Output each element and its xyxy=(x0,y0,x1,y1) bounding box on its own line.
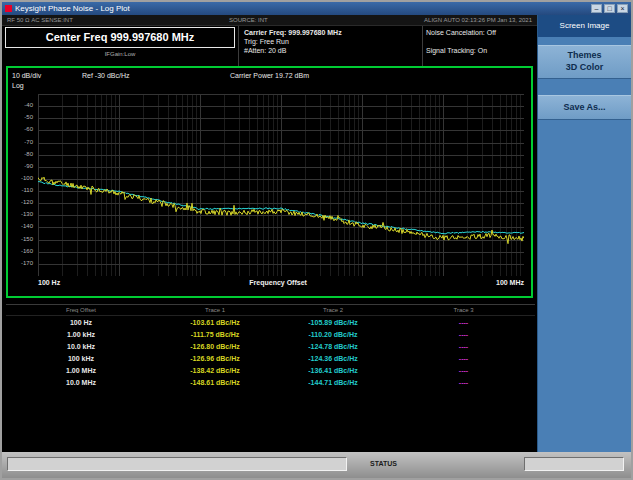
y-axis-tick: -90 xyxy=(24,163,33,169)
decade-table-header: Freq Offset Trace 1 Trace 2 Trace 3 xyxy=(6,305,535,316)
close-button[interactable]: × xyxy=(617,4,628,13)
freq-offset-cell: 100 kHz xyxy=(6,355,156,362)
instrument-status-strip: RF 50 Ω AC SENSE:INT SOURCE: INT ALIGN A… xyxy=(2,15,537,26)
trace1-value-cell: -138.42 dBc/Hz xyxy=(156,367,274,374)
trace2-value-cell: -124.36 dBc/Hz xyxy=(274,355,392,362)
decade-table: Freq Offset Trace 1 Trace 2 Trace 3 100 … xyxy=(6,304,535,450)
x-start-label: 100 Hz xyxy=(38,279,60,286)
freq-offset-cell: 10.0 MHz xyxy=(6,379,156,386)
x-axis-title: Frequency Offset xyxy=(249,279,307,286)
y-axis-tick: -100 xyxy=(21,175,33,181)
phase-noise-plot: 10 dB/div Log Ref -30 dBc/Hz Carrier Pow… xyxy=(6,66,533,298)
y-axis-tick: -80 xyxy=(24,151,33,157)
status-right-box xyxy=(524,457,624,471)
trace1-value-cell: -148.61 dBc/Hz xyxy=(156,379,274,386)
instrument-window: Keysight Phase Noise - Log Plot – □ × RF… xyxy=(0,0,633,480)
settings-middle-column: Carrier Freq: 999.997680 MHz Trig: Free … xyxy=(244,28,342,55)
softkey-menu-title[interactable]: Screen Image xyxy=(538,15,631,37)
header-trace2: Trace 2 xyxy=(274,307,392,313)
themes-button-label: Themes xyxy=(538,50,631,60)
settings-divider xyxy=(422,26,423,66)
y-axis-tick-labels: -40-50-60-70-80-90-100-110-120-130-140-1… xyxy=(8,94,35,276)
trace3-value-cell: ---- xyxy=(392,355,535,362)
freq-offset-cell: 100 Hz xyxy=(6,319,156,326)
x-axis-labels: 100 Hz Frequency Offset 100 MHz xyxy=(38,279,524,286)
softkey-panel: Screen Image Themes 3D Color Save As... xyxy=(537,15,631,452)
trace2-value-cell: -124.78 dBc/Hz xyxy=(274,343,392,350)
freq-offset-cell: 10.0 kHz xyxy=(6,343,156,350)
noise-cancelation-label: Noise Cancelation: Off xyxy=(426,28,496,37)
if-gain-label: IFGain:Low xyxy=(5,51,235,57)
measurement-settings-bar: Center Freq 999.997680 MHz IFGain:Low Ca… xyxy=(2,26,537,66)
status-bar: STATUS xyxy=(2,452,631,478)
atten-label: #Atten: 20 dB xyxy=(244,46,342,55)
freq-offset-cell: 1.00 kHz xyxy=(6,331,156,338)
x-stop-label: 100 MHz xyxy=(496,279,524,286)
center-freq-display[interactable]: Center Freq 999.997680 MHz xyxy=(5,27,235,48)
themes-button[interactable]: Themes 3D Color xyxy=(538,45,631,79)
settings-right-column: Noise Cancelation: Off Signal Tracking: … xyxy=(426,28,496,55)
y-axis-tick: -160 xyxy=(21,248,33,254)
trace3-value-cell: ---- xyxy=(392,367,535,374)
settings-divider xyxy=(238,26,239,66)
trace3-value-cell: ---- xyxy=(392,379,535,386)
header-freq-offset: Freq Offset xyxy=(6,307,156,313)
title-bar: Keysight Phase Noise - Log Plot – □ × xyxy=(2,2,631,15)
y-axis-tick: -150 xyxy=(21,236,33,242)
freq-offset-cell: 1.00 MHz xyxy=(6,367,156,374)
trace1-value-cell: -126.80 dBc/Hz xyxy=(156,343,274,350)
trace1-value-cell: -103.61 dBc/Hz xyxy=(156,319,274,326)
maximize-button[interactable]: □ xyxy=(604,4,615,13)
decade-table-row: 100 Hz-103.61 dBc/Hz-105.89 dBc/Hz---- xyxy=(6,316,535,328)
trace3-value-cell: ---- xyxy=(392,343,535,350)
themes-button-value: 3D Color xyxy=(538,62,631,72)
keysight-logo-icon xyxy=(5,5,12,12)
decade-table-row: 1.00 MHz-138.42 dBc/Hz-136.41 dBc/Hz---- xyxy=(6,364,535,376)
y-axis-tick: -40 xyxy=(24,102,33,108)
header-trace3: Trace 3 xyxy=(392,307,535,313)
y-axis-tick: -170 xyxy=(21,260,33,266)
carrier-power-label: Carrier Power 19.72 dBm xyxy=(230,72,309,79)
trace3-value-cell: ---- xyxy=(392,319,535,326)
signal-tracking-label: Signal Tracking: On xyxy=(426,46,496,55)
window-title: Keysight Phase Noise - Log Plot xyxy=(15,4,589,13)
trace1-value-cell: -126.96 dBc/Hz xyxy=(156,355,274,362)
trace1-value-cell: -111.75 dBc/Hz xyxy=(156,331,274,338)
decade-table-row: 100 kHz-126.96 dBc/Hz-124.36 dBc/Hz---- xyxy=(6,352,535,364)
y-axis-tick: -60 xyxy=(24,126,33,132)
trace2-value-cell: -110.20 dBc/Hz xyxy=(274,331,392,338)
y-axis-tick: -140 xyxy=(21,223,33,229)
scale-per-div-label: 10 dB/div xyxy=(12,72,41,79)
trace2-value-cell: -144.71 dBc/Hz xyxy=(274,379,392,386)
decade-table-row: 10.0 kHz-126.80 dBc/Hz-124.78 dBc/Hz---- xyxy=(6,340,535,352)
y-axis-tick: -110 xyxy=(21,187,33,193)
trace3-value-cell: ---- xyxy=(392,331,535,338)
minimize-button[interactable]: – xyxy=(591,4,602,13)
trace-display-area[interactable] xyxy=(38,94,524,276)
trace2-value-cell: -105.89 dBc/Hz xyxy=(274,319,392,326)
status-label: STATUS xyxy=(370,460,397,467)
carrier-freq-label: Carrier Freq: 999.997680 MHz xyxy=(244,28,342,37)
header-trace1: Trace 1 xyxy=(156,307,274,313)
y-axis-tick: -50 xyxy=(24,114,33,120)
y-axis-tick: -120 xyxy=(21,199,33,205)
decade-table-row: 1.00 kHz-111.75 dBc/Hz-110.20 dBc/Hz---- xyxy=(6,328,535,340)
decade-table-row: 10.0 MHz-148.61 dBc/Hz-144.71 dBc/Hz---- xyxy=(6,376,535,388)
y-axis-tick: -130 xyxy=(21,211,33,217)
ref-level-label: Ref -30 dBc/Hz xyxy=(82,72,129,79)
trigger-label: Trig: Free Run xyxy=(244,37,342,46)
clock-and-align-status: ALIGN AUTO 02:13:26 PM Jan 13, 2021 xyxy=(424,17,532,23)
scale-type-label: Log xyxy=(12,82,24,89)
decade-table-body: 100 Hz-103.61 dBc/Hz-105.89 dBc/Hz----1.… xyxy=(6,316,535,388)
source-status-indicator: SOURCE: INT xyxy=(229,17,268,23)
y-axis-tick: -70 xyxy=(24,139,33,145)
save-as-button-label: Save As... xyxy=(563,102,605,112)
trace2-value-cell: -136.41 dBc/Hz xyxy=(274,367,392,374)
save-as-button[interactable]: Save As... xyxy=(538,95,631,120)
message-box xyxy=(7,457,347,471)
input-status-indicators: RF 50 Ω AC SENSE:INT xyxy=(7,17,73,23)
